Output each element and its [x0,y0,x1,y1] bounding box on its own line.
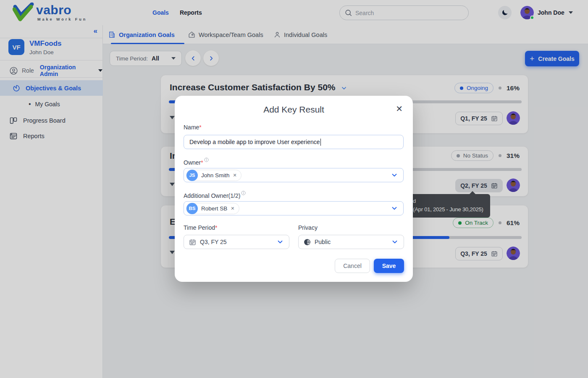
close-icon[interactable]: ✕ [396,104,403,114]
chevron-down-icon [391,205,398,212]
chevron-down-icon [391,238,399,246]
calendar-icon [189,239,196,246]
info-icon [241,191,246,195]
info-icon [204,158,209,162]
privacy-label: Privacy [298,224,318,231]
chevron-down-icon [391,171,398,179]
name-label: Name* [184,124,202,131]
globe-icon [304,239,311,246]
time-period-value: Q3, FY 25 [200,239,227,245]
app-root: vabro Make Work Fun Goals Reports [0,0,588,378]
modal-title: Add Key Result [175,105,413,115]
owner-select[interactable]: JS John Smith ✕ [184,168,404,182]
time-period-select[interactable]: Q3, FY 25 [184,235,289,249]
additional-owner-chip-avatar: BS [186,203,198,214]
text-caret [320,139,321,146]
save-button[interactable]: Save [374,259,404,273]
privacy-select[interactable]: Public [298,235,404,249]
additional-owner-label: Additional Owner(1/2) [184,191,246,199]
owner-chip: JS John Smith ✕ [186,170,242,181]
chevron-down-icon [276,238,284,246]
privacy-value: Public [315,239,331,245]
remove-additional-owner-icon[interactable]: ✕ [231,206,234,211]
add-key-result-modal: Add Key Result ✕ Name* Develop a mobile … [175,96,413,282]
owner-label: Owner* [184,158,209,166]
name-input[interactable]: Develop a mobile app to improve User exp… [184,135,404,149]
additional-owner-chip: BS Robert SB ✕ [186,203,239,214]
remove-owner-icon[interactable]: ✕ [233,173,237,178]
owner-chip-avatar: JS [186,170,198,181]
additional-owner-chip-name: Robert SB [201,205,227,212]
owner-chip-name: John Smith [201,172,230,178]
time-period-label: Time Period* [184,224,217,231]
additional-owner-select[interactable]: BS Robert SB ✕ [184,201,404,215]
cancel-button[interactable]: Cancel [335,259,370,273]
